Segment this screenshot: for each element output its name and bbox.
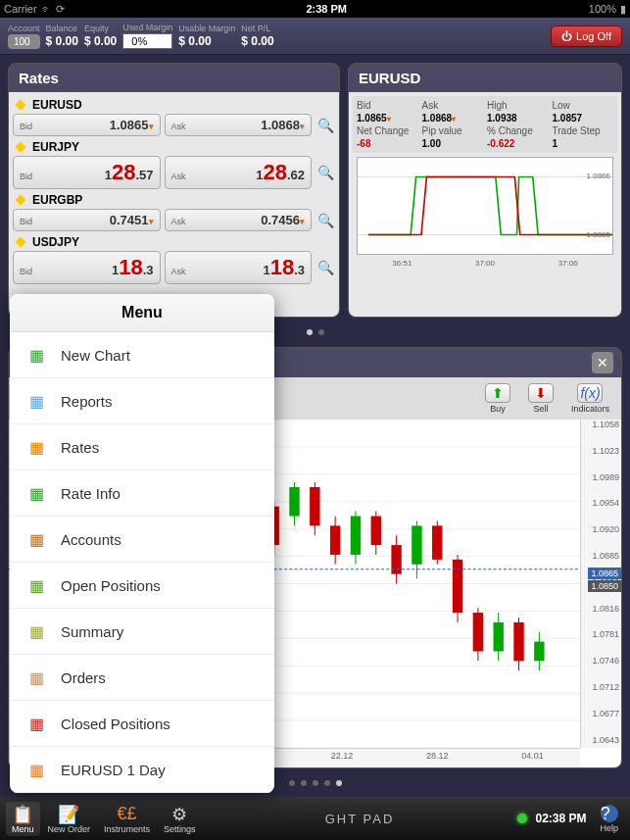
- svg-rect-56: [473, 613, 483, 651]
- account-label: Account: [8, 24, 40, 33]
- menu-item-summary[interactable]: ▦ Summary: [10, 609, 274, 655]
- menu-item-icon: ▦: [24, 757, 49, 782]
- magnify-icon[interactable]: 🔍: [315, 165, 335, 180]
- close-chart-button[interactable]: ✕: [592, 352, 613, 373]
- diamond-icon: [15, 236, 25, 247]
- account-header: Account 100 Balance $ 0.00 Equity $ 0.00…: [0, 18, 630, 55]
- svg-rect-50: [412, 525, 421, 564]
- usable-margin-value: $ 0.00: [178, 34, 235, 48]
- menu-item-accounts[interactable]: ▦ Accounts: [10, 517, 274, 563]
- equity-value: $ 0.00: [84, 34, 117, 48]
- menu-item-icon: ▦: [24, 480, 49, 506]
- bottom-time: 02:38 PM: [535, 812, 586, 825]
- power-icon: ⏻: [561, 30, 572, 42]
- menu-item-icon: ▦: [24, 388, 49, 414]
- diamond-icon: [15, 99, 25, 110]
- svg-rect-38: [289, 487, 299, 517]
- svg-rect-60: [513, 622, 523, 661]
- menu-title: Menu: [10, 294, 274, 332]
- svg-rect-52: [432, 525, 442, 559]
- menu-tab[interactable]: 📋 Menu: [6, 802, 40, 836]
- bid-box[interactable]: Bid118.3: [13, 251, 161, 284]
- detail-title: EURUSD: [349, 64, 621, 92]
- instruments-tab[interactable]: €£ Instruments: [98, 802, 156, 836]
- new-order-tab[interactable]: 📝 New Order: [42, 802, 97, 836]
- menu-item-closed-positions[interactable]: ▦ Closed Positions: [10, 701, 274, 747]
- diamond-icon: [15, 194, 25, 205]
- battery-icon: ▮: [620, 3, 626, 16]
- menu-item-icon: ▦: [24, 711, 49, 736]
- bid-box[interactable]: Bid128.57: [13, 156, 161, 189]
- magnify-icon[interactable]: 🔍: [315, 260, 335, 275]
- arrow-down-icon: ⬇: [528, 383, 554, 403]
- menu-item-orders[interactable]: ▦ Orders: [10, 655, 274, 701]
- menu-item-icon: ▦: [24, 665, 49, 690]
- gear-icon: ⚙: [171, 804, 187, 823]
- new-order-icon: 📝: [58, 804, 79, 823]
- menu-item-reports[interactable]: ▦ Reports: [10, 378, 274, 424]
- fx-icon: f(x): [577, 383, 603, 403]
- rate-pair-eurjpy: EURJPY Bid128.57 Ask128.62 🔍: [13, 138, 335, 189]
- svg-rect-58: [494, 622, 504, 652]
- logoff-button[interactable]: ⏻ Log Off: [551, 25, 622, 47]
- sell-button[interactable]: ⬇ Sell: [522, 381, 559, 416]
- menu-item-icon: ▦: [24, 572, 49, 598]
- ios-status-bar: Carrier ᯤ ⟳ 2:38 PM 100% ▮: [0, 0, 630, 18]
- svg-rect-54: [453, 560, 462, 613]
- svg-rect-62: [534, 642, 544, 662]
- rate-pair-eurusd: EURUSD Bid1.0865▾ Ask1.0868▾ 🔍: [13, 96, 335, 136]
- battery-percent: 100%: [589, 3, 616, 15]
- rates-title: Rates: [9, 64, 339, 92]
- netpl-value: $ 0.00: [241, 34, 273, 48]
- arrow-up-icon: ⬆: [485, 383, 510, 403]
- settings-tab[interactable]: ⚙ Settings: [158, 802, 202, 836]
- diamond-icon: [15, 141, 25, 152]
- ask-box[interactable]: Ask1.0868▾: [165, 114, 313, 136]
- connection-led: [517, 814, 527, 823]
- rate-pair-eurgbp: EURGBP Bid0.7451▾ Ask0.7456▾ 🔍: [13, 191, 335, 231]
- bid-box[interactable]: Bid0.7451▾: [13, 209, 161, 231]
- status-time: 2:38 PM: [306, 3, 347, 15]
- menu-item-rate-info[interactable]: ▦ Rate Info: [10, 470, 274, 517]
- menu-item-open-positions[interactable]: ▦ Open Positions: [10, 563, 274, 609]
- bid-box[interactable]: Bid1.0865▾: [13, 114, 161, 136]
- balance-value: $ 0.00: [46, 34, 78, 48]
- instruments-icon: €£: [118, 804, 137, 823]
- bottom-toolbar: 📋 Menu 📝 New Order €£ Instruments ⚙ Sett…: [0, 797, 630, 840]
- help-button[interactable]: ? Help: [594, 803, 624, 835]
- svg-rect-44: [351, 517, 361, 555]
- menu-item-new-chart[interactable]: ▦ New Chart: [10, 332, 274, 378]
- buy-button[interactable]: ⬆ Buy: [479, 381, 516, 416]
- wifi-icon: ᯤ: [41, 3, 52, 15]
- help-icon: ?: [601, 805, 618, 822]
- magnify-icon[interactable]: 🔍: [315, 118, 335, 133]
- menu-popover: Menu ▦ New Chart ▦ Reports ▦ Rates ▦ Rat…: [10, 294, 274, 793]
- ask-box[interactable]: Ask118.3: [165, 251, 313, 284]
- indicators-button[interactable]: f(x) Indicators: [565, 381, 615, 416]
- ask-box[interactable]: Ask128.62: [165, 156, 313, 189]
- instrument-detail-panel: EURUSD BidAskHighLow1.0865▾1.0868▾1.0938…: [348, 63, 622, 318]
- menu-item-rates[interactable]: ▦ Rates: [10, 424, 274, 470]
- menu-item-icon: ▦: [24, 618, 49, 644]
- brand-label: GHT PAD: [204, 812, 516, 826]
- magnify-icon[interactable]: 🔍: [315, 213, 335, 228]
- menu-item-icon: ▦: [24, 526, 49, 552]
- loading-icon: ⟳: [56, 3, 65, 16]
- account-number-badge[interactable]: 100: [8, 34, 40, 49]
- used-margin-value: 0%: [122, 33, 172, 49]
- ask-box[interactable]: Ask0.7456▾: [165, 209, 313, 231]
- menu-item-icon: ▦: [24, 342, 49, 368]
- rate-pair-usdjpy: USDJPY Bid118.3 Ask118.3 🔍: [13, 233, 335, 284]
- mini-chart: 1.0866 1.0865: [357, 157, 613, 255]
- svg-rect-46: [371, 517, 381, 546]
- carrier-label: Carrier: [4, 3, 37, 15]
- menu-icon: 📋: [12, 804, 33, 823]
- svg-rect-42: [330, 525, 340, 555]
- svg-rect-40: [310, 487, 319, 525]
- menu-item-eurusd-1-day[interactable]: ▦ EURUSD 1 Day: [10, 747, 274, 793]
- svg-rect-48: [391, 545, 401, 574]
- menu-item-icon: ▦: [24, 434, 49, 460]
- rates-panel: Rates EURUSD Bid1.0865▾ Ask1.0868▾ 🔍 EUR…: [8, 63, 340, 318]
